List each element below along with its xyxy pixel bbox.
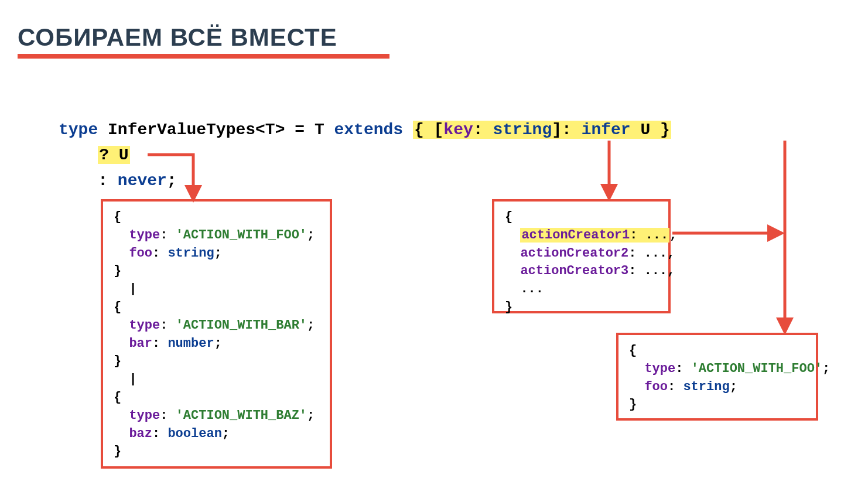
kw-string: string — [493, 121, 552, 139]
colon: : — [152, 246, 168, 261]
colon: : — [668, 380, 683, 394]
pipe: | — [114, 282, 137, 296]
highlight-question-u: ? U — [98, 146, 129, 164]
brace: } — [114, 264, 121, 278]
string-literal: 'ACTION_WITH_FOO' — [176, 228, 307, 243]
title-underline — [18, 54, 389, 59]
box-single-action: { type: 'ACTION_WITH_FOO'; foo: string; … — [616, 333, 818, 421]
brace: { — [114, 210, 121, 224]
ellipsis: ... — [505, 282, 544, 296]
semi: ; — [307, 318, 315, 333]
colon: : — [473, 121, 493, 139]
colon: : — [160, 408, 175, 423]
kw-infer: infer — [582, 121, 631, 139]
string-literal: 'ACTION_WITH_BAR' — [176, 318, 307, 333]
semi: ; — [307, 228, 315, 243]
brace: { — [114, 390, 121, 405]
code-type-definition: type InferValueTypes<T> = T extends { [k… — [59, 117, 671, 193]
semi: ; — [214, 336, 222, 351]
prop-creator1: actionCreator1 — [521, 228, 630, 243]
brace: { — [629, 343, 637, 358]
kw-boolean: boolean — [168, 426, 221, 441]
brace: { — [505, 210, 512, 224]
semi: ; — [214, 246, 222, 261]
brace: } — [629, 397, 637, 412]
colon: : — [160, 318, 175, 333]
space — [403, 121, 413, 139]
comma: , — [669, 228, 677, 243]
prop-type: type — [114, 228, 160, 243]
colon: : — [152, 336, 168, 351]
box-union-types: { type: 'ACTION_WITH_FOO'; foo: string; … — [101, 199, 332, 469]
prop-foo: foo — [114, 246, 152, 261]
brace: { — [114, 300, 121, 315]
title-block: СОБИРАЕМ ВСЁ ВМЕСТЕ — [18, 23, 389, 59]
bracket-close: ]: — [552, 121, 581, 139]
brace: } — [505, 300, 512, 315]
slide: СОБИРАЕМ ВСЁ ВМЕСТЕ type InferValueTypes… — [0, 0, 868, 478]
highlight-index-signature: { [key: string]: infer U } — [413, 121, 671, 139]
prop-baz: baz — [114, 426, 152, 441]
semi: ; — [307, 408, 315, 423]
prop-type: type — [114, 318, 160, 333]
u-brace: U } — [631, 121, 670, 139]
colon: : — [152, 426, 168, 441]
ellipsis: : ..., — [628, 246, 675, 261]
kw-number: number — [168, 336, 214, 351]
key-label: key — [443, 121, 473, 139]
prop-type: type — [629, 361, 675, 376]
semi: ; — [167, 172, 177, 190]
string-literal: 'ACTION_WITH_FOO' — [691, 361, 822, 376]
slide-title: СОБИРАЕМ ВСЁ ВМЕСТЕ — [18, 23, 389, 55]
highlight-creator1: actionCreator1: ... — [520, 228, 669, 243]
prop-creator2: actionCreator2 — [505, 246, 628, 261]
type-name: InferValueTypes<T> = T — [98, 121, 334, 139]
brace-open: { [ — [414, 121, 443, 139]
prop-creator3: actionCreator3 — [505, 264, 628, 278]
semi: ; — [730, 380, 737, 394]
kw-string: string — [168, 246, 214, 261]
colon-2: : — [98, 172, 118, 190]
string-literal: 'ACTION_WITH_BAZ' — [176, 408, 307, 423]
prop-type: type — [114, 408, 160, 423]
pipe: | — [114, 372, 137, 387]
brace: } — [114, 444, 121, 459]
brace: } — [114, 354, 121, 368]
semi: ; — [822, 361, 830, 376]
ellipsis: : ... — [630, 228, 668, 243]
kw-string: string — [683, 380, 729, 394]
kw-never: never — [118, 172, 167, 190]
kw-extends: extends — [334, 121, 403, 139]
ellipsis: : ..., — [628, 264, 675, 278]
colon: : — [160, 228, 175, 243]
kw-type: type — [59, 121, 98, 139]
semi: ; — [222, 426, 230, 441]
box-action-creators: { actionCreator1: ..., actionCreator2: .… — [492, 199, 671, 313]
colon: : — [675, 361, 691, 376]
prop-bar: bar — [114, 336, 152, 351]
prop-foo: foo — [629, 380, 668, 394]
